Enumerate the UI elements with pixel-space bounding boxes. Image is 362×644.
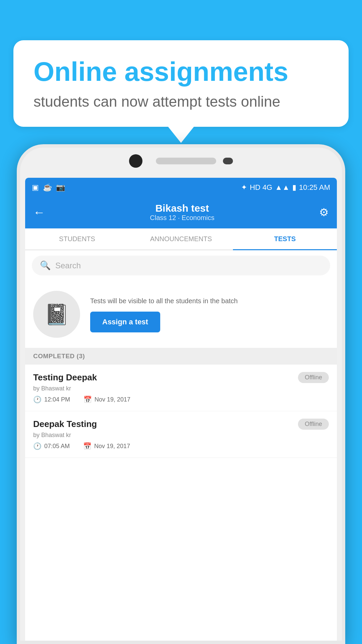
tab-announcements[interactable]: ANNOUNCEMENTS (129, 228, 233, 250)
phone-sensor (223, 158, 233, 164)
tab-tests[interactable]: TESTS (233, 228, 337, 250)
signal-icon: ▲▲ (275, 183, 290, 192)
test-name: Deepak Testing (33, 419, 97, 429)
bubble-subtitle: students can now attempt tests online (34, 93, 328, 110)
bubble-title: Online assignments (34, 57, 328, 87)
header-center: Bikash test Class 12 · Economics (150, 203, 214, 222)
search-input-wrap[interactable]: 🔍 Search (32, 256, 330, 275)
status-left: ▣ ☕ 📷 (32, 183, 65, 192)
test-badge: Offline (298, 419, 329, 430)
tab-bar: STUDENTS ANNOUNCEMENTS TESTS (25, 228, 337, 250)
test-meta: 🕐 07:05 AM 📅 Nov 19, 2017 (33, 442, 329, 450)
completed-section-header: COMPLETED (3) (25, 348, 337, 365)
class-subtitle: Class 12 · Economics (150, 214, 214, 222)
assign-description: Tests will be visible to all the student… (90, 296, 329, 306)
test-meta: 🕐 12:04 PM 📅 Nov 19, 2017 (33, 395, 329, 404)
app-header: ← Bikash test Class 12 · Economics ⚙ (25, 197, 337, 228)
assign-icon-circle: 📓 (33, 291, 80, 338)
clock-icon: 🕐 (33, 442, 42, 450)
phone-inner: ▣ ☕ 📷 ✦ HD 4G ▲▲ ▮ 10:25 AM ← Bikash tes… (20, 148, 342, 641)
test-author: by Bhaswat kr (33, 432, 329, 439)
calendar-icon: 📅 (83, 395, 92, 404)
tab-students[interactable]: STUDENTS (25, 228, 129, 250)
assign-icon: 📓 (44, 303, 69, 326)
class-title: Bikash test (150, 203, 214, 214)
search-bar: 🔍 Search (25, 250, 337, 281)
test-item-top: Deepak Testing Offline (33, 419, 329, 430)
test-date: 📅 Nov 19, 2017 (83, 395, 130, 404)
test-author: by Bhaswat kr (33, 385, 329, 392)
network-label: HD 4G (250, 183, 272, 192)
phone-frame: ▣ ☕ 📷 ✦ HD 4G ▲▲ ▮ 10:25 AM ← Bikash tes… (17, 144, 345, 644)
clock-icon: 🕐 (33, 395, 42, 404)
status-right: ✦ HD 4G ▲▲ ▮ 10:25 AM (241, 183, 330, 192)
app1-icon: ▣ (32, 183, 39, 192)
test-item[interactable]: Deepak Testing Offline by Bhaswat kr 🕐 0… (25, 411, 337, 458)
settings-icon[interactable]: ⚙ (319, 206, 329, 219)
search-icon: 🔍 (40, 260, 51, 271)
test-badge: Offline (298, 372, 329, 383)
battery-icon: ▮ (292, 183, 296, 192)
assign-section: 📓 Tests will be visible to all the stude… (25, 281, 337, 348)
screen: ▣ ☕ 📷 ✦ HD 4G ▲▲ ▮ 10:25 AM ← Bikash tes… (25, 178, 337, 641)
phone-speaker (156, 158, 216, 164)
test-item-top: Testing Deepak Offline (33, 372, 329, 383)
test-time: 🕐 07:05 AM (33, 442, 70, 450)
back-button[interactable]: ← (33, 205, 45, 219)
time-label: 10:25 AM (299, 183, 330, 192)
test-time: 🕐 12:04 PM (33, 395, 70, 404)
assign-right: Tests will be visible to all the student… (90, 296, 329, 332)
gallery-icon: 📷 (56, 183, 65, 192)
status-bar: ▣ ☕ 📷 ✦ HD 4G ▲▲ ▮ 10:25 AM (25, 178, 337, 197)
assign-test-button[interactable]: Assign a test (90, 312, 160, 332)
phone-camera (129, 154, 142, 168)
whatsapp-icon: ☕ (43, 183, 52, 192)
test-date: 📅 Nov 19, 2017 (83, 442, 130, 450)
search-placeholder: Search (55, 261, 81, 270)
bluetooth-icon: ✦ (241, 183, 247, 192)
calendar-icon: 📅 (83, 442, 92, 450)
speech-bubble: Online assignments students can now atte… (13, 40, 349, 127)
test-item[interactable]: Testing Deepak Offline by Bhaswat kr 🕐 1… (25, 365, 337, 411)
phone-top (20, 154, 342, 168)
test-name: Testing Deepak (33, 372, 97, 383)
